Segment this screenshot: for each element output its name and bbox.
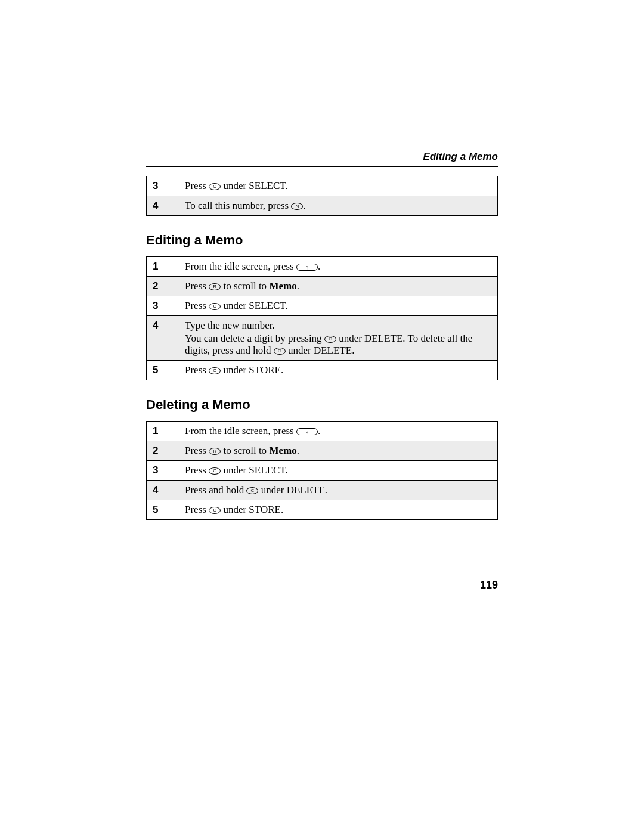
step-text-post: . — [318, 261, 320, 272]
page-number: 119 — [480, 579, 498, 592]
step-number: 1 — [147, 422, 179, 441]
step-text-bold: Memo — [269, 445, 296, 456]
table-row: 1 From the idle screen, press q. — [147, 422, 498, 441]
step-number: 5 — [147, 361, 179, 380]
nav-key-icon: R — [209, 283, 221, 290]
call-key-icon: N — [291, 203, 303, 210]
step-text-post: under SELECT. — [221, 300, 288, 311]
menu-key-icon: q — [296, 428, 318, 435]
step-text-mid: to scroll to — [221, 280, 269, 292]
table-row: 5 Press C under STORE. — [147, 500, 498, 520]
step-text-pre: From the idle screen, press — [185, 425, 296, 436]
step-number: 5 — [147, 500, 179, 520]
step-body: From the idle screen, press q. — [179, 422, 498, 441]
step-body: From the idle screen, press q. — [179, 257, 498, 277]
step-number: 4 — [147, 316, 179, 361]
step-body: Press R to scroll to Memo. — [179, 441, 498, 461]
step-number: 3 — [147, 296, 179, 316]
table-row: 1 From the idle screen, press q. — [147, 257, 498, 277]
step-number: 2 — [147, 277, 179, 296]
nav-key-icon: R — [209, 448, 221, 455]
table-row: 4 Press and hold C under DELETE. — [147, 481, 498, 500]
softkey-icon: C — [324, 336, 336, 343]
step-text-post: . — [297, 280, 299, 292]
step-body: Press and hold C under DELETE. — [179, 481, 498, 500]
step-text-post: under DELETE. — [258, 484, 327, 496]
step-text-post: . — [303, 200, 305, 211]
steps-table-editing: 1 From the idle screen, press q. 2 Press… — [146, 256, 498, 380]
step-text-bold: Memo — [269, 280, 296, 292]
step-body: To call this number, press N. — [179, 196, 498, 216]
step-text-post: under SELECT. — [221, 465, 288, 476]
step-number: 4 — [147, 481, 179, 500]
steps-table-deleting: 1 From the idle screen, press q. 2 Press… — [146, 421, 498, 520]
table-row: 2 Press R to scroll to Memo. — [147, 277, 498, 296]
step-text-mid: to scroll to — [221, 445, 269, 456]
step-text-pre: Press — [185, 364, 209, 376]
sub-post: under DELETE. — [286, 345, 355, 356]
step-text-sub: You can delete a digit by pressing C und… — [185, 333, 491, 357]
running-head: Editing a Memo — [423, 151, 498, 163]
sub-pre: You can delete a digit by pressing — [185, 333, 324, 344]
step-text-pre: Press — [185, 280, 209, 292]
step-text-pre: Press — [185, 445, 209, 456]
softkey-icon: C — [209, 303, 221, 310]
softkey-icon: C — [246, 487, 258, 494]
step-text-post: under SELECT. — [221, 180, 288, 191]
table-row: 2 Press R to scroll to Memo. — [147, 441, 498, 461]
page: Editing a Memo 3 Press C under SELECT. 4… — [0, 0, 644, 833]
table-row: 3 Press C under SELECT. — [147, 176, 498, 196]
header-rule — [146, 166, 498, 167]
section-title-deleting: Deleting a Memo — [146, 397, 498, 413]
step-text-pre: Press — [185, 180, 209, 191]
step-text-post: under STORE. — [221, 504, 283, 515]
step-number: 3 — [147, 176, 179, 196]
softkey-icon: C — [209, 367, 221, 374]
step-text-post: under STORE. — [221, 364, 283, 376]
step-text-post: . — [318, 425, 320, 436]
step-number: 2 — [147, 441, 179, 461]
step-text-pre: From the idle screen, press — [185, 261, 296, 272]
section-title-editing: Editing a Memo — [146, 233, 498, 248]
step-number: 3 — [147, 461, 179, 481]
step-body: Press C under SELECT. — [179, 176, 498, 196]
steps-table-1: 3 Press C under SELECT. 4 To call this n… — [146, 176, 498, 216]
table-row: 3 Press C under SELECT. — [147, 461, 498, 481]
step-body: Press C under STORE. — [179, 361, 498, 380]
step-number: 4 — [147, 196, 179, 216]
table-row: 4 Type the new number. You can delete a … — [147, 316, 498, 361]
menu-key-icon: q — [296, 264, 318, 271]
step-body: Press C under STORE. — [179, 500, 498, 520]
step-text-pre: Press — [185, 465, 209, 476]
step-text-pre: Press — [185, 504, 209, 515]
softkey-icon: C — [274, 348, 286, 355]
table-row: 4 To call this number, press N. — [147, 196, 498, 216]
step-text-pre: Press — [185, 300, 209, 311]
step-body: Press R to scroll to Memo. — [179, 277, 498, 296]
softkey-icon: C — [209, 183, 221, 190]
softkey-icon: C — [209, 467, 221, 475]
step-text-post: . — [297, 445, 299, 456]
softkey-icon: C — [209, 507, 221, 514]
table-row: 3 Press C under SELECT. — [147, 296, 498, 316]
step-body: Press C under SELECT. — [179, 296, 498, 316]
step-body: Press C under SELECT. — [179, 461, 498, 481]
table-row: 5 Press C under STORE. — [147, 361, 498, 380]
step-body: Type the new number. You can delete a di… — [179, 316, 498, 361]
step-text-line1: Type the new number. — [185, 320, 275, 331]
step-text-pre: To call this number, press — [185, 200, 291, 211]
step-number: 1 — [147, 257, 179, 277]
step-text-pre: Press and hold — [185, 484, 246, 496]
